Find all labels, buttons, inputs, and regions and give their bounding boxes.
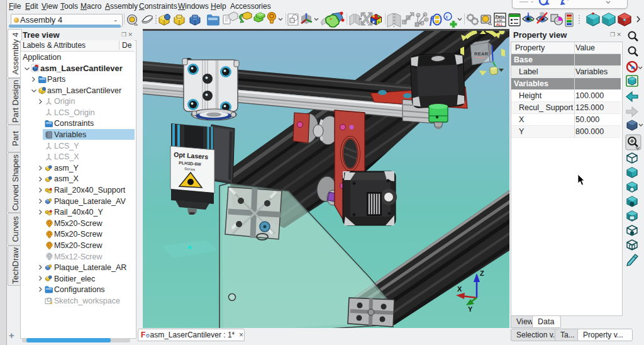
svg-text:Series: Series [184, 167, 195, 171]
svg-text:REAR: REAR [474, 51, 489, 57]
svg-text:List: List [497, 18, 502, 22]
svg-text:X: X [457, 285, 462, 293]
svg-text:ALL: ALL [496, 23, 503, 26]
svg-text:Parts: Parts [496, 14, 504, 18]
svg-text:Y: Y [468, 305, 473, 313]
svg-text:x: x [445, 13, 448, 20]
svg-text:Z: Z [480, 269, 484, 277]
